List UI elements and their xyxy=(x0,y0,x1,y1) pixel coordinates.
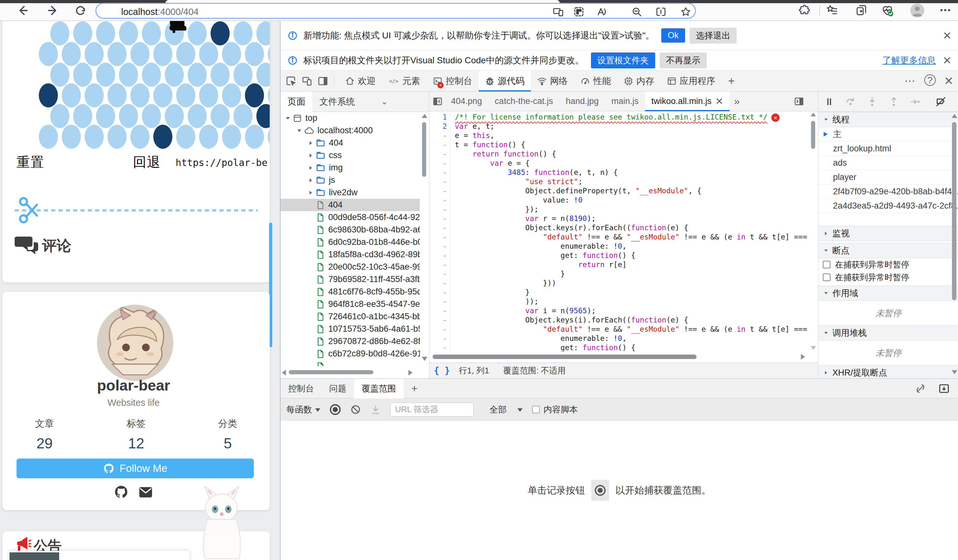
split-screen-icon[interactable] xyxy=(655,6,666,17)
board-cell[interactable] xyxy=(96,63,115,87)
close-icon[interactable]: ✕ xyxy=(943,54,952,67)
board-cell[interactable] xyxy=(142,104,161,128)
email-icon[interactable] xyxy=(139,486,153,499)
show-sidebar-icon[interactable] xyxy=(794,96,804,106)
checkbox[interactable] xyxy=(823,273,831,281)
stat-文章[interactable]: 文章29 xyxy=(10,417,79,452)
tab-欢迎[interactable]: 欢迎 xyxy=(339,71,382,92)
browser-health-icon[interactable] xyxy=(881,4,894,17)
board-cell[interactable] xyxy=(233,63,252,87)
nav-hide-icon[interactable] xyxy=(433,96,443,106)
eye-slash-icon[interactable] xyxy=(915,383,926,394)
forward-icon[interactable] xyxy=(47,5,59,16)
tree-item-00d9de58-056f-4c44-9208-[interactable]: 00d9de58-056f-4c44-9208- xyxy=(281,211,420,224)
content-scripts-checkbox[interactable]: 内容脚本 xyxy=(532,404,578,415)
board-cell[interactable] xyxy=(256,104,270,128)
device-send-icon[interactable] xyxy=(553,6,564,17)
step-into-icon[interactable] xyxy=(867,96,877,107)
board-cell[interactable] xyxy=(62,42,81,66)
undo-button[interactable]: 回退 xyxy=(133,153,161,171)
help-icon[interactable]: ? xyxy=(924,75,936,86)
board-cell[interactable] xyxy=(222,125,241,149)
learn-more-link[interactable]: 了解更多信息 xyxy=(882,54,936,67)
devtools-more-icon[interactable]: ⋯ xyxy=(904,75,916,88)
tab-内存[interactable]: 内存 xyxy=(617,71,661,92)
tree-item-79b69582-11ff-455f-a3fb-d[interactable]: 79b69582-11ff-455f-a3fb-d xyxy=(281,273,420,286)
close-tab-icon[interactable]: ✕ xyxy=(715,96,723,107)
board-cell[interactable] xyxy=(85,83,104,108)
tab-grid-icon[interactable] xyxy=(573,6,584,17)
github-link-icon[interactable] xyxy=(114,485,128,499)
board-cell[interactable] xyxy=(245,125,264,149)
editor-horizontal-scrollbar[interactable] xyxy=(429,351,818,363)
tree-item-20e00c52-10c3-45ae-9919-[interactable]: 20e00c52-10c3-45ae-9919- xyxy=(281,261,420,273)
board-cell[interactable] xyxy=(73,104,92,128)
pause-icon[interactable] xyxy=(824,97,834,107)
checkbox[interactable] xyxy=(823,261,831,268)
step-over-icon[interactable] xyxy=(845,96,856,107)
dock-side-icon[interactable] xyxy=(317,76,328,87)
add-drawer-tab-button[interactable]: + xyxy=(404,379,425,398)
board-cell[interactable] xyxy=(165,104,184,128)
board-cell[interactable] xyxy=(245,83,264,108)
url-filter-input[interactable] xyxy=(390,403,474,417)
tree-horizontal-scrollbar[interactable] xyxy=(281,367,420,378)
stat-分类[interactable]: 分类5 xyxy=(193,417,263,452)
board-cell[interactable] xyxy=(108,125,127,149)
editor-tab-hand.jpg[interactable]: hand.jpg xyxy=(560,92,605,111)
tree-item-404[interactable]: 404 xyxy=(281,199,420,211)
profile-avatar[interactable] xyxy=(910,3,924,17)
board-cell[interactable] xyxy=(142,21,161,46)
board-cell[interactable] xyxy=(188,21,207,46)
board-cell[interactable] xyxy=(233,104,252,128)
read-aloud-icon[interactable] xyxy=(596,6,607,17)
drawer-tab-控制台[interactable]: 控制台 xyxy=(281,379,322,398)
tree-item-964f81c8-ee35-4547-9efc-f[interactable]: 964f81c8-ee35-4547-9efc-f xyxy=(281,298,420,310)
tree-item-c6b72c89-b0d8-426e-9165-[interactable]: c6b72c89-b0d8-426e-9165- xyxy=(281,347,420,360)
board-cell[interactable] xyxy=(268,42,270,66)
add-panel-button[interactable]: + xyxy=(722,71,741,92)
tab-控制台[interactable]: × 控制台 xyxy=(427,71,479,92)
tab-元素[interactable]: </> 元素 xyxy=(382,71,427,92)
opt-out-button[interactable]: 选择退出 xyxy=(690,28,737,44)
board-cell[interactable] xyxy=(142,63,161,87)
board-cell[interactable] xyxy=(130,42,149,66)
tab-pages[interactable]: 页面 xyxy=(281,92,312,112)
ok-button[interactable]: Ok xyxy=(661,28,685,43)
board-cell[interactable] xyxy=(165,63,184,87)
thread-item[interactable]: 2f4b7f09-a29e-420b-b8ab-b4f4... xyxy=(818,184,958,199)
record-button[interactable] xyxy=(591,480,609,501)
sidebar-scrollbar[interactable] xyxy=(950,112,958,378)
dock-drawer-icon[interactable] xyxy=(938,383,950,394)
editor-tab-main.js[interactable]: main.js xyxy=(605,92,645,111)
clear-icon[interactable] xyxy=(350,404,361,415)
board-cell[interactable] xyxy=(130,125,149,149)
tree-item-top[interactable]: top xyxy=(281,112,420,124)
section-threads[interactable]: 线程 xyxy=(818,112,958,127)
device-toolbar-icon[interactable] xyxy=(301,76,312,87)
tab-网络[interactable]: 网络 xyxy=(531,71,574,92)
board-cell[interactable] xyxy=(268,125,270,149)
collections-star-icon[interactable] xyxy=(826,4,838,16)
board-cell[interactable] xyxy=(233,21,252,46)
tree-item-404[interactable]: 404 xyxy=(281,137,420,149)
thread-item[interactable]: ads xyxy=(818,156,958,170)
tab-应用程序[interactable]: 应用程序 xyxy=(661,71,722,92)
extensions-puzzle-icon[interactable] xyxy=(798,4,810,16)
tree-item-partial[interactable] xyxy=(281,360,420,366)
reset-button[interactable]: 重置 xyxy=(17,153,44,171)
editor-tab-twikoo.all.min.js[interactable]: twikoo.all.min.js✕ xyxy=(645,92,730,111)
inspect-icon[interactable] xyxy=(285,76,297,87)
chevron-down-icon[interactable]: ⌄ xyxy=(381,97,388,106)
section-scope[interactable]: 作用域 xyxy=(818,286,958,301)
more-tabs-icon[interactable]: » xyxy=(734,95,740,107)
board-cell[interactable] xyxy=(119,63,138,87)
tree-item-10715753-5ab6-4a61-b570-[interactable]: 10715753-5ab6-4a61-b570- xyxy=(281,323,420,335)
favorite-star-icon[interactable] xyxy=(680,6,691,17)
set-root-folder-button[interactable]: 设置根文件夹 xyxy=(591,52,655,68)
board-cell[interactable] xyxy=(73,21,92,46)
close-icon[interactable]: ✕ xyxy=(943,29,952,42)
board-cell[interactable] xyxy=(256,21,270,46)
step-out-icon[interactable] xyxy=(888,96,899,107)
board-cell[interactable] xyxy=(50,63,69,87)
